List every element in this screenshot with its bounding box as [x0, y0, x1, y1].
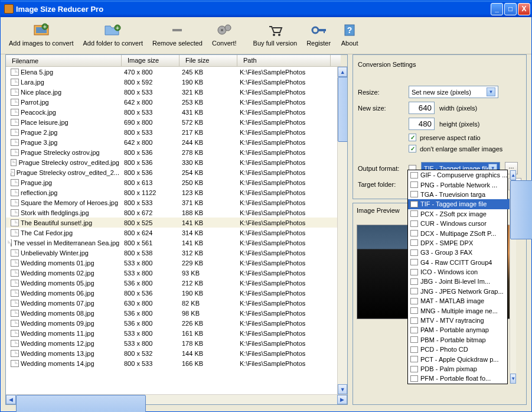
- table-row[interactable]: Elena 5.jpg470 x 800245 KBK:\Files\Sampl…: [6, 67, 337, 77]
- table-row[interactable]: Wedding moments 01.jpg533 x 800229 KBK:\…: [6, 258, 337, 268]
- table-row[interactable]: Wedding moments 09.jpg536 x 800226 KBK:\…: [6, 318, 337, 328]
- minimize-button[interactable]: _: [491, 3, 503, 15]
- file-list[interactable]: Elena 5.jpg470 x 800245 KBK:\Files\Sampl…: [6, 67, 337, 394]
- cart-icon: [266, 23, 285, 37]
- output-format-dropdown[interactable]: GIF - Compuserve graphics ...PNG - Porta…: [407, 170, 508, 384]
- dropdown-scrollbar[interactable]: ▲ ▼: [510, 170, 516, 384]
- format-option[interactable]: TIF - Tagged image file: [408, 199, 510, 209]
- format-option[interactable]: CUR - Windows cursor: [408, 219, 510, 228]
- table-row[interactable]: Peacock.jpg800 x 533431 KBK:\Files\Sampl…: [6, 107, 337, 117]
- scroll-thumb[interactable]: [338, 77, 347, 142]
- scroll-left-icon[interactable]: ◀: [6, 395, 16, 404]
- vertical-scrollbar[interactable]: ▲ ▼: [337, 67, 347, 394]
- table-row[interactable]: Unbelievably Winter.jpg800 x 538312 KBK:…: [6, 248, 337, 258]
- table-row[interactable]: Parrot.jpg642 x 800253 KBK:\Files\Sample…: [6, 97, 337, 107]
- format-option[interactable]: PCX - ZSoft pcx image: [408, 209, 510, 219]
- table-row[interactable]: Wedding moments 07.jpg630 x 80082 KBK:\F…: [6, 298, 337, 308]
- format-option[interactable]: G3 - Group 3 FAX: [408, 248, 510, 257]
- format-option[interactable]: PAM - Portable anymap: [408, 325, 510, 335]
- scroll-up-icon[interactable]: ▲: [338, 67, 347, 77]
- format-option[interactable]: JNG - JPEG Network Grap...: [408, 287, 510, 296]
- col-filename[interactable]: Filename: [6, 55, 122, 66]
- add-images-button[interactable]: + Add images to convert: [5, 21, 77, 49]
- horizontal-scrollbar[interactable]: ◀ ▶: [6, 394, 347, 404]
- path-text: K:\Files\SamplePhotos: [237, 239, 331, 247]
- file-icon: [410, 210, 418, 217]
- format-option[interactable]: DPX - SMPE DPX: [408, 238, 510, 248]
- format-option[interactable]: MTV - MTV raytracing: [408, 316, 510, 325]
- table-row[interactable]: Wedding moments 12.jpg533 x 800178 KBK:\…: [6, 338, 337, 348]
- maximize-button[interactable]: □: [504, 3, 517, 15]
- table-row[interactable]: Wedding moments 08.jpg536 x 80098 KBK:\F…: [6, 308, 337, 318]
- scroll-right-icon[interactable]: ▶: [337, 395, 347, 404]
- format-option[interactable]: GIF - Compuserve graphics ...: [408, 170, 510, 180]
- file-size-text: 166 KB: [179, 359, 237, 368]
- format-option[interactable]: G4 - Raw CCITT Group4: [408, 258, 510, 267]
- file-icon: [410, 239, 418, 246]
- format-option[interactable]: TGA - Truevision targa: [408, 190, 510, 199]
- remove-selected-button[interactable]: Remove selected: [149, 21, 206, 49]
- table-row[interactable]: reflection.jpg800 x 1122123 KBK:\Files\S…: [6, 187, 337, 197]
- title-bar[interactable]: Image Size Reducer Pro _ □ X: [1, 1, 531, 17]
- path-text: K:\Files\SamplePhotos: [237, 289, 331, 297]
- table-row[interactable]: Prague 3.jpg642 x 800244 KBK:\Files\Samp…: [6, 137, 337, 147]
- table-row[interactable]: Lara.jpg800 x 592190 KBK:\Files\SamplePh…: [6, 77, 337, 87]
- format-option[interactable]: DCX - Multipage ZSoft P...: [408, 228, 510, 238]
- format-option[interactable]: PCT - Apple Quickdraw p...: [408, 354, 510, 364]
- image-size-text: 800 x 561: [122, 239, 179, 247]
- register-button[interactable]: Register: [303, 21, 334, 49]
- file-icon: [11, 109, 19, 116]
- scroll-up-icon[interactable]: ▲: [510, 170, 516, 180]
- table-row[interactable]: Wedding moments 14.jpg800 x 533166 KBK:\…: [6, 358, 337, 368]
- hscroll-thumb[interactable]: [16, 395, 146, 412]
- format-option[interactable]: MAT - MATLAB image: [408, 296, 510, 306]
- add-folder-button[interactable]: + Add folder to convert: [79, 21, 146, 49]
- resize-select[interactable]: Set new size (pixels) ▼: [409, 86, 498, 98]
- format-option[interactable]: MNG - Multiple image ne...: [408, 306, 510, 315]
- col-image-size[interactable]: Image size: [122, 55, 179, 66]
- image-size-text: 800 x 525: [122, 219, 179, 227]
- table-row[interactable]: Place leisure.jpg690 x 800572 KBK:\Files…: [6, 117, 337, 127]
- dont-enlarge-checkbox[interactable]: ✓ don't enlarge smaller images: [409, 145, 502, 153]
- col-path[interactable]: Path: [237, 55, 331, 66]
- buy-button[interactable]: Buy full version: [250, 21, 301, 49]
- about-button[interactable]: ? About: [337, 21, 363, 49]
- table-row[interactable]: Prague.jpg800 x 613250 KBK:\Files\Sample…: [6, 177, 337, 187]
- path-text: K:\Files\SamplePhotos: [237, 118, 331, 126]
- table-row[interactable]: Prague Strelecky ostrov_edited_2...800 x…: [6, 167, 337, 177]
- table-row[interactable]: Stork with fledglings.jpg800 x 672188 KB…: [6, 207, 337, 218]
- table-row[interactable]: Prague Strelecky ostrov_edited.jpg800 x …: [6, 157, 337, 167]
- format-option[interactable]: PDB - Palm pixmap: [408, 364, 510, 374]
- format-option[interactable]: PBM - Portable bitmap: [408, 335, 510, 345]
- toolbar: + Add images to convert + Add folder to …: [1, 17, 531, 54]
- convert-button[interactable]: Convert!: [208, 21, 240, 49]
- table-row[interactable]: Nice place.jpg800 x 533321 KBK:\Files\Sa…: [6, 87, 337, 97]
- format-option[interactable]: ICO - Windows icon: [408, 267, 510, 277]
- table-row[interactable]: The Beautiful sunset!.jpg800 x 525141 KB…: [6, 218, 337, 228]
- table-row[interactable]: Wedding moments 02.jpg533 x 80093 KBK:\F…: [6, 268, 337, 278]
- scroll-down-icon[interactable]: ▼: [510, 374, 516, 384]
- table-row[interactable]: Prague 2.jpg800 x 533217 KBK:\Files\Samp…: [6, 127, 337, 137]
- width-input[interactable]: [409, 102, 435, 114]
- table-row[interactable]: Prague Strelecky ostrov.jpg800 x 536278 …: [6, 147, 337, 157]
- table-row[interactable]: Wedding moments 13.jpg800 x 532144 KBK:\…: [6, 348, 337, 358]
- file-icon: [11, 179, 19, 186]
- table-row[interactable]: The Cat Fedor.jpg800 x 624314 KBK:\Files…: [6, 228, 337, 238]
- scroll-thumb[interactable]: [510, 180, 532, 239]
- table-row[interactable]: Wedding moments 06.jpg800 x 536190 KBK:\…: [6, 288, 337, 298]
- scroll-down-icon[interactable]: ▼: [338, 384, 347, 394]
- close-button[interactable]: X: [518, 3, 530, 15]
- image-size-text: 800 x 533: [122, 88, 179, 96]
- table-row[interactable]: Wedding moments 11.jpg533 x 800161 KBK:\…: [6, 328, 337, 338]
- table-row[interactable]: Square the Memory of Heroes.jpg800 x 533…: [6, 197, 337, 207]
- format-option[interactable]: PFM - Portable float fo...: [408, 374, 510, 383]
- preserve-aspect-checkbox[interactable]: ✓ preserve aspect ratio: [409, 134, 481, 141]
- table-row[interactable]: Wedding moments 05.jpg536 x 800212 KBK:\…: [6, 278, 337, 288]
- filename-text: Wedding moments 07.jpg: [21, 300, 94, 307]
- col-file-size[interactable]: File size: [179, 55, 237, 66]
- height-input[interactable]: [409, 118, 435, 130]
- format-option[interactable]: JBG - Joint Bi-level Im...: [408, 277, 510, 286]
- format-option[interactable]: PCD - Photo CD: [408, 345, 510, 354]
- format-option[interactable]: PNG - Portable Network ...: [408, 180, 510, 189]
- table-row[interactable]: The vessel in Mediterranean Sea.jpg800 x…: [6, 238, 337, 248]
